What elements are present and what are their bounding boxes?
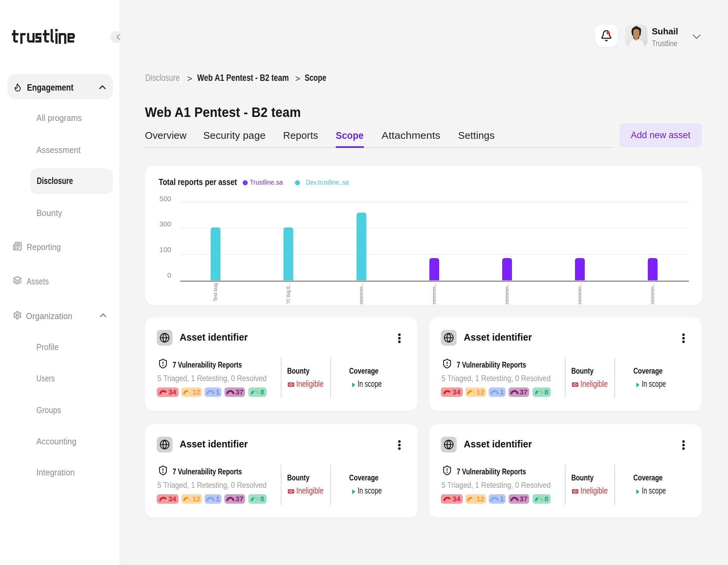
svg-text:Test bug: Test bug [213,283,218,302]
svg-text:500: 500 [159,195,171,202]
svg-text:300: 300 [159,220,171,228]
svg-text:0: 0 [167,271,171,279]
svg-text:mmmmm...: mmmmm... [650,283,655,304]
svg-text:mmmmm...: mmmmm... [504,283,510,304]
svg-text:mmmmm...: mmmmm... [431,283,437,304]
svg-text:YC Bug B...: YC Bug B... [285,283,291,304]
svg-text:mmmmm...: mmmmm... [577,283,582,304]
svg-text:100: 100 [159,246,171,253]
svg-text:mmmmm...: mmmmm... [359,283,364,304]
